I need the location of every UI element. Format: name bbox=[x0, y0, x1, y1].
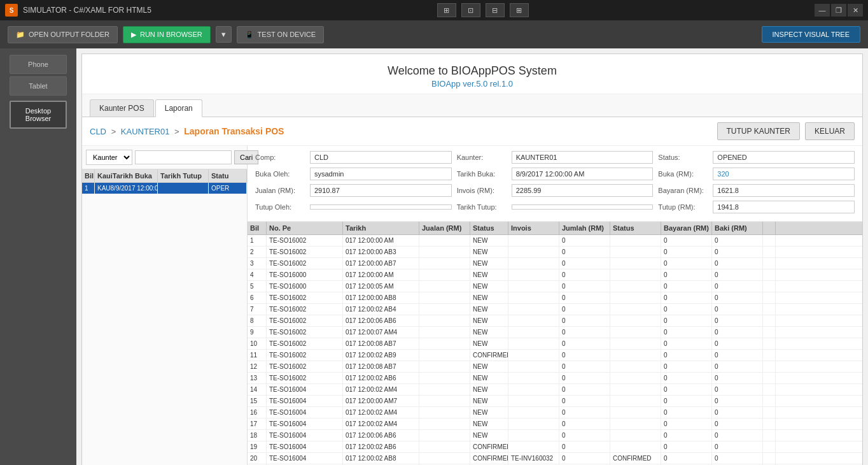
test-device-button[interactable]: 📱 TEST ON DEVICE bbox=[237, 26, 324, 43]
cell-baki: 0 bbox=[712, 247, 763, 257]
form-row-buka-oleh: Buka Oleh: sysadmin bbox=[255, 168, 452, 180]
table-row[interactable]: 8 TE-SO16002 017 12:00:06 AB6 NEW 0 0 0 bbox=[248, 315, 862, 327]
run-browser-button[interactable]: ▶ RUN IN BROWSER bbox=[123, 26, 211, 43]
table-row[interactable]: 20 TE-SO16004 017 12:00:02 AB8 CONFIRMED… bbox=[248, 453, 862, 464]
th-invois: Invois bbox=[508, 222, 559, 234]
cell-jumlah: 0 bbox=[559, 292, 610, 303]
toolbar-icon-4[interactable]: ⊞ bbox=[510, 3, 529, 17]
cell-empty bbox=[763, 361, 776, 372]
cell-no-pe: TE-SO16004 bbox=[267, 441, 343, 452]
sidebar-item-phone[interactable]: Phone bbox=[10, 55, 67, 74]
cell-status: NEW bbox=[470, 384, 508, 395]
cell-bil: 2 bbox=[248, 247, 267, 257]
open-folder-button[interactable]: 📁 OPEN OUTPUT FOLDER bbox=[8, 26, 118, 43]
table-row[interactable]: 17 TE-SO16004 017 12:00:02 AM4 NEW 0 0 0 bbox=[248, 418, 862, 430]
minimize-button[interactable]: — bbox=[815, 4, 830, 17]
cell-baki: 0 bbox=[712, 373, 763, 383]
th-status: Status bbox=[470, 222, 508, 234]
cell-status: NEW bbox=[470, 338, 508, 349]
cell-bayaran: 0 bbox=[661, 350, 712, 361]
sidebar-item-desktop[interactable]: DesktopBrowser bbox=[10, 101, 67, 129]
toolbar-icon-1[interactable]: ⊞ bbox=[437, 3, 456, 17]
cell-status: NEW bbox=[470, 430, 508, 441]
table-row[interactable]: 5 TE-SO16000 017 12:00:05 AM NEW 0 0 0 bbox=[248, 281, 862, 292]
maximize-button[interactable]: ❐ bbox=[831, 4, 846, 17]
cell-status: CONFIRMED bbox=[470, 453, 508, 464]
tab-kaunter-pos[interactable]: Kaunter POS bbox=[90, 99, 154, 117]
table-row[interactable]: 10 TE-SO16002 017 12:00:08 AB7 NEW 0 0 0 bbox=[248, 338, 862, 350]
table-row[interactable]: 14 TE-SO16004 017 12:00:02 AM4 NEW 0 0 0 bbox=[248, 384, 862, 396]
cell-baki: 0 bbox=[712, 384, 763, 395]
cell-bayaran: 0 bbox=[661, 453, 712, 464]
table-row[interactable]: 18 TE-SO16004 017 12:00:06 AB6 NEW 0 0 0 bbox=[248, 430, 862, 441]
tutup-oleh-value bbox=[310, 204, 452, 210]
breadcrumb-kaunter[interactable]: KAUNTER01 bbox=[121, 127, 170, 136]
form-row-invois-rm: Invois (RM): 2285.99 bbox=[457, 184, 654, 197]
status-label: Status: bbox=[658, 154, 709, 161]
cell-bayaran: 0 bbox=[661, 327, 712, 338]
table-row[interactable]: 4 TE-SO16000 017 12:00:00 AM NEW 0 0 0 bbox=[248, 269, 862, 281]
cell-jumlah: 0 bbox=[559, 269, 610, 280]
tutup-rm-value: 1941.8 bbox=[713, 201, 855, 213]
cell-tarikh: 017 12:00:00 AB8 bbox=[343, 292, 419, 303]
table-row[interactable]: 2 TE-SO16002 017 12:00:00 AB3 NEW 0 0 0 bbox=[248, 247, 862, 258]
cell-no-pe: TE-SO16002 bbox=[267, 315, 343, 326]
open-folder-label: OPEN OUTPUT FOLDER bbox=[29, 31, 109, 38]
cell-tarikh: 017 12:00:00 AB7 bbox=[343, 258, 419, 269]
sidebar-item-tablet[interactable]: Tablet bbox=[10, 76, 67, 96]
form-row-status: Status: OPENED bbox=[658, 151, 855, 164]
app-main-title: Welcome to BIOAppPOS System bbox=[82, 64, 862, 78]
cell-status: NEW bbox=[470, 315, 508, 326]
cell-jualan bbox=[419, 327, 470, 338]
app-logo: S bbox=[5, 4, 18, 17]
form-row-tarikh-tutup: Tarikh Tutup: bbox=[457, 201, 654, 213]
list-search-input[interactable] bbox=[135, 150, 232, 164]
keluar-button[interactable]: KELUAR bbox=[805, 122, 855, 140]
cell-bayaran: 0 bbox=[661, 396, 712, 406]
cell-jualan bbox=[419, 350, 470, 361]
table-row[interactable]: 1 TE-SO16002 017 12:00:00 AM NEW 0 0 0 bbox=[248, 235, 862, 247]
cell-tarikh: 017 12:00:02 AB9 bbox=[343, 350, 419, 361]
table-row[interactable]: 3 TE-SO16002 017 12:00:00 AB7 NEW 0 0 0 bbox=[248, 258, 862, 269]
cell-bil: 8 bbox=[248, 315, 267, 326]
tutup-oleh-label: Tutup Oleh: bbox=[255, 203, 306, 211]
list-cell-tutup bbox=[158, 183, 209, 194]
phone-label: Phone bbox=[28, 61, 48, 68]
list-cell-tarikh: KAU8/9/2017 12:00:0 bbox=[95, 183, 158, 194]
table-row[interactable]: 15 TE-SO16004 017 12:00:00 AM7 NEW 0 0 0 bbox=[248, 396, 862, 407]
table-row[interactable]: 19 TE-SO16004 017 12:00:02 AB6 CONFIRMED… bbox=[248, 441, 862, 453]
table-row[interactable]: 9 TE-SO16002 017 12:00:07 AM4 NEW 0 0 0 bbox=[248, 327, 862, 338]
close-button[interactable]: ✕ bbox=[848, 4, 863, 17]
run-more-button[interactable]: ▼ bbox=[216, 26, 232, 43]
table-row[interactable]: 11 TE-SO16002 017 12:00:02 AB9 CONFIRMED… bbox=[248, 350, 862, 361]
cell-baki: 0 bbox=[712, 281, 763, 292]
breadcrumb-cld[interactable]: CLD bbox=[90, 127, 106, 136]
table-row[interactable]: 16 TE-SO16004 017 12:00:02 AM4 NEW 0 0 0 bbox=[248, 407, 862, 418]
cell-jualan bbox=[419, 235, 470, 246]
tab-laporan[interactable]: Laporan bbox=[155, 99, 202, 117]
cell-bayaran: 0 bbox=[661, 418, 712, 429]
cell-baki: 0 bbox=[712, 430, 763, 441]
cell-status: CONFIRMED bbox=[470, 441, 508, 452]
cell-status: NEW bbox=[470, 281, 508, 292]
tutup-kaunter-button[interactable]: TUTUP KAUNTER bbox=[717, 122, 800, 140]
cell-bil: 1 bbox=[248, 235, 267, 246]
toolbar-icon-3[interactable]: ⊟ bbox=[486, 3, 505, 17]
cell-no-pe: TE-SO16002 bbox=[267, 373, 343, 383]
bayaran-label: Bayaran (RM): bbox=[658, 187, 709, 194]
table-row[interactable]: 12 TE-SO16002 017 12:00:08 AB7 NEW 0 0 0 bbox=[248, 361, 862, 373]
cell-jualan bbox=[419, 269, 470, 280]
table-row[interactable]: 6 TE-SO16002 017 12:00:00 AB8 NEW 0 0 0 bbox=[248, 292, 862, 304]
table-row[interactable]: 13 TE-SO16002 017 12:00:02 AB6 NEW 0 0 0 bbox=[248, 373, 862, 384]
cell-jualan bbox=[419, 361, 470, 372]
kaunter-dropdown[interactable]: Kaunter bbox=[86, 150, 132, 165]
toolbar-icon-2[interactable]: ⊡ bbox=[461, 3, 480, 17]
test-device-label: TEST ON DEVICE bbox=[258, 31, 316, 38]
list-row[interactable]: 1 KAU8/9/2017 12:00:0 OPER bbox=[82, 183, 247, 194]
cell-baki: 0 bbox=[712, 258, 763, 269]
inspect-visual-button[interactable]: INSPECT VISUAL TREE bbox=[762, 26, 860, 43]
cell-invois bbox=[508, 327, 559, 338]
table-row[interactable]: 7 TE-SO16002 017 12:00:02 AB4 NEW 0 0 0 bbox=[248, 304, 862, 315]
cell-status: NEW bbox=[470, 361, 508, 372]
cell-invois bbox=[508, 430, 559, 441]
